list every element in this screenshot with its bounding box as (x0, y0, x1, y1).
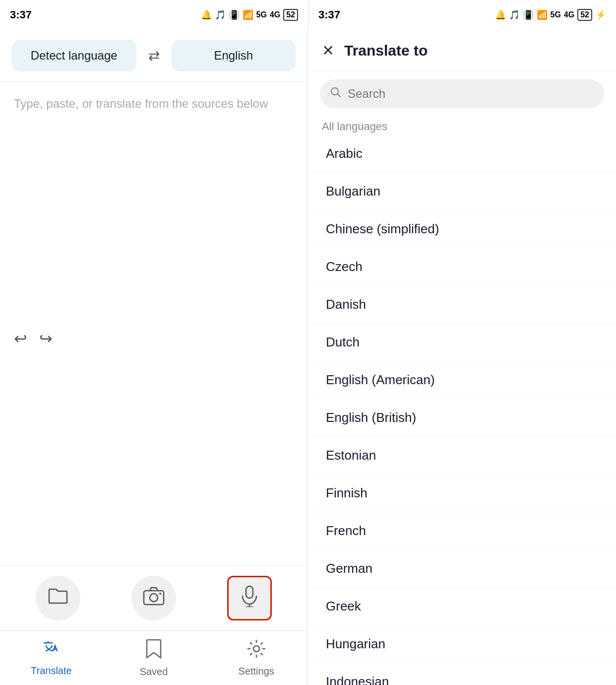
close-button[interactable]: ✕ (322, 42, 334, 59)
time-left: 3:37 (10, 8, 32, 21)
folder-button[interactable] (36, 576, 80, 620)
language-item[interactable]: Indonesian (308, 663, 616, 685)
language-item[interactable]: Danish (308, 286, 616, 324)
language-bar: Detect language ⇄ English (0, 30, 308, 82)
bottom-nav: Translate Saved Settings (0, 630, 308, 685)
language-item[interactable]: Hungarian (308, 625, 616, 663)
language-item[interactable]: English (American) (308, 361, 616, 399)
time-right: 3:37 (318, 8, 340, 21)
nav-translate-label: Translate (31, 665, 72, 677)
microphone-button[interactable] (227, 576, 272, 620)
undo-redo-bar: ↩ ↪ (0, 319, 308, 358)
right-panel: ✕ Translate to All languages ArabicBulga… (308, 30, 616, 685)
svg-rect-3 (246, 586, 253, 598)
search-bar (320, 79, 604, 108)
status-bar-left: 3:37 🔔 🎵 📳 📶 5G 4G 52 (0, 0, 308, 30)
spacer (0, 358, 308, 565)
language-item[interactable]: English (British) (308, 399, 616, 437)
svg-rect-0 (144, 591, 164, 605)
saved-nav-icon (146, 639, 162, 663)
all-languages-label: All languages (308, 116, 616, 135)
translate-to-title: Translate to (344, 42, 428, 59)
translate-nav-icon (42, 640, 60, 662)
bottom-toolbar (0, 565, 308, 630)
redo-button[interactable]: ↪ (39, 329, 53, 348)
status-icons-right: 🔔 🎵 📳 📶 5G 4G 52 ⚡ (495, 9, 606, 21)
swap-icon[interactable]: ⇄ (144, 44, 164, 68)
nav-settings-label: Settings (239, 666, 274, 677)
settings-nav-icon (247, 639, 266, 663)
microphone-icon (241, 585, 258, 612)
status-icons-left: 🔔 🎵 📳 📶 5G 4G 52 (201, 9, 298, 21)
svg-point-6 (253, 646, 259, 652)
search-icon (330, 86, 342, 101)
language-item[interactable]: Dutch (308, 324, 616, 361)
battery-left: 52 (283, 9, 298, 21)
svg-line-8 (338, 94, 341, 97)
language-item[interactable]: French (308, 512, 616, 550)
battery-right: 52 (577, 9, 592, 21)
language-item[interactable]: Czech (308, 248, 616, 286)
language-item[interactable]: Estonian (308, 437, 616, 475)
english-language-button[interactable]: English (172, 40, 296, 71)
language-item[interactable]: Greek (308, 588, 616, 625)
status-bar: 3:37 🔔 🎵 📳 📶 5G 4G 52 3:37 🔔 🎵 📳 📶 5G 4G… (0, 0, 616, 30)
undo-button[interactable]: ↩ (14, 329, 27, 348)
left-panel: Detect language ⇄ English Type, paste, o… (0, 30, 308, 685)
camera-icon (143, 587, 165, 610)
nav-saved[interactable]: Saved (103, 631, 205, 685)
nav-translate[interactable]: Translate (0, 631, 103, 685)
nav-settings[interactable]: Settings (205, 631, 308, 685)
language-item[interactable]: Arabic (308, 135, 616, 173)
search-input[interactable] (348, 87, 594, 101)
language-item[interactable]: Bulgarian (308, 173, 616, 210)
detect-language-button[interactable]: Detect language (12, 40, 136, 71)
translate-to-header: ✕ Translate to (308, 30, 616, 71)
language-item[interactable]: Finnish (308, 475, 616, 512)
nav-saved-label: Saved (140, 666, 168, 678)
svg-point-2 (159, 593, 161, 595)
language-item[interactable]: German (308, 550, 616, 588)
language-list: ArabicBulgarianChinese (simplified)Czech… (308, 135, 616, 685)
folder-icon (48, 587, 68, 610)
input-placeholder[interactable]: Type, paste, or translate from the sourc… (0, 82, 308, 319)
svg-point-1 (150, 594, 158, 602)
main-container: Detect language ⇄ English Type, paste, o… (0, 30, 616, 685)
camera-button[interactable] (131, 576, 176, 620)
status-bar-right: 3:37 🔔 🎵 📳 📶 5G 4G 52 ⚡ (308, 0, 616, 30)
language-item[interactable]: Chinese (simplified) (308, 210, 616, 248)
